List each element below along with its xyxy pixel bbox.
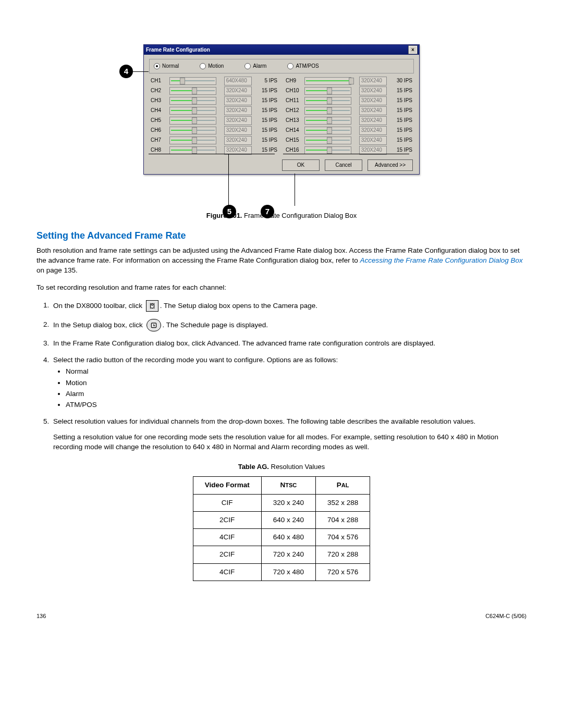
channel-row: CH3320X24015 IPS [149,96,279,106]
framerate-slider[interactable] [169,97,216,105]
mode-radio-normal[interactable]: Normal [154,63,179,70]
framerate-slider[interactable] [169,137,216,144]
step-2: In the Setup dialog box, click . The Sch… [51,319,527,331]
framerate-slider[interactable] [304,77,351,85]
framerate-slider[interactable] [304,87,351,95]
page-number: 136 [36,612,46,620]
framerate-slider[interactable] [169,146,216,154]
resolution-dropdown[interactable]: 320X240 [359,116,387,125]
mode-option: Normal [66,367,527,376]
framerate-slider[interactable] [169,117,216,125]
frame-rate-dialog-figure: Frame Rate Configuration × NormalMotionA… [143,44,420,175]
channel-row: CH1640X4805 IPS [149,76,279,86]
channel-row: CH14320X24015 IPS [284,126,414,135]
mode-option: ATM/POS [66,400,527,410]
framerate-slider[interactable] [304,97,351,105]
section-heading: Setting the Advanced Frame Rate [36,229,527,242]
table-row: 2CIF640 x 240704 x 288 [193,511,370,528]
resolution-dropdown[interactable]: 320X240 [359,87,387,95]
cancel-button[interactable]: Cancel [325,159,362,171]
dialog-body: NormalMotionAlarmATM/POS CH1640X4805 IPS… [144,55,419,174]
channel-row: CH8320X24015 IPS [149,145,279,155]
table-header: Video Format [193,477,261,494]
table-caption: Table AG. Resolution Values [36,462,527,472]
resolution-dropdown[interactable]: 640X480 [224,77,252,85]
channel-row: CH7320X24015 IPS [149,135,279,145]
channel-row: CH13320X24015 IPS [284,116,414,126]
channel-row: CH12320X24015 IPS [284,106,414,116]
channel-row: CH10320X24015 IPS [284,86,414,96]
framerate-slider[interactable] [169,127,216,134]
lead-in: To set recording resolution and frame ra… [36,283,527,293]
channels-right-table: CH9320X24030 IPSCH10320X24015 IPSCH11320… [284,76,414,155]
procedure-list: On the DX8000 toolbar, click . The Setup… [40,300,527,452]
resolution-dropdown[interactable]: 320X240 [359,77,387,85]
framerate-slider[interactable] [169,107,216,115]
resolution-dropdown[interactable]: 320X240 [359,96,387,105]
resolution-table: Video FormatNTSCPALCIF320 x 240352 x 288… [193,476,371,581]
table-row: CIF320 x 240352 x 288 [193,494,370,511]
channel-row: CH2320X24015 IPS [149,86,279,96]
step-3: In the Frame Rate Configuration dialog b… [51,339,527,348]
step-5: Select resolution values for individual … [51,417,527,452]
mode-radio-alarm[interactable]: Alarm [244,63,266,70]
framerate-slider[interactable] [169,77,216,85]
channel-row: CH4320X24015 IPS [149,106,279,116]
framerate-slider[interactable] [304,107,351,115]
setup-icon [146,300,158,312]
dialog-title: Frame Rate Configuration [146,46,210,54]
mode-radio-motion[interactable]: Motion [200,63,224,70]
table-row: 2CIF720 x 240720 x 288 [193,546,370,563]
doc-id: C624M-C (5/06) [485,612,527,620]
framerate-slider[interactable] [304,146,351,154]
mode-options-list: NormalMotionAlarmATM/POS [66,367,527,410]
frame-rate-dialog: Frame Rate Configuration × NormalMotionA… [143,44,420,175]
channel-row: CH6320X24015 IPS [149,126,279,135]
resolution-dropdown[interactable]: 320X240 [359,136,387,145]
table-header: NTSC [261,477,315,494]
framerate-slider[interactable] [169,87,216,95]
table-row: 4CIF640 x 480704 x 576 [193,529,370,546]
mode-option: Motion [66,378,527,388]
dialog-titlebar: Frame Rate Configuration × [144,45,419,55]
step-1: On the DX8000 toolbar, click . The Setup… [51,300,527,312]
resolution-dropdown[interactable]: 320X240 [224,136,252,145]
resolution-dropdown[interactable]: 320X240 [224,87,252,95]
table-row: 4CIF720 x 480720 x 576 [193,563,370,581]
step-5-note: Setting a resolution value for one recor… [53,433,527,451]
resolution-dropdown[interactable]: 320X240 [224,96,252,105]
channels-left-table: CH1640X4805 IPSCH2320X24015 IPSCH3320X24… [149,76,279,155]
close-icon[interactable]: × [409,46,417,54]
figure-caption: Figure 101. Frame Rate Configuration Dia… [36,211,527,220]
resolution-dropdown[interactable]: 320X240 [224,106,252,115]
channel-row: CH11320X24015 IPS [284,96,414,106]
framerate-slider[interactable] [304,137,351,144]
resolution-dropdown[interactable]: 320X240 [359,106,387,115]
table-header: PAL [316,477,370,494]
mode-option: Alarm [66,389,527,399]
channel-columns: CH1640X4805 IPSCH2320X24015 IPSCH3320X24… [149,76,414,155]
page-footer: 136 C624M-C (5/06) [36,612,527,620]
resolution-dropdown[interactable]: 320X240 [359,146,387,155]
channel-row: CH5320X24015 IPS [149,116,279,126]
resolution-dropdown[interactable]: 320X240 [359,126,387,135]
channel-row: CH15320X24015 IPS [284,135,414,145]
resolution-dropdown[interactable]: 320X240 [224,116,252,125]
mode-radio-atm/pos[interactable]: ATM/POS [287,63,319,70]
ok-button[interactable]: OK [282,159,320,171]
resolution-dropdown[interactable]: 320X240 [224,146,252,155]
framerate-slider[interactable] [304,117,351,125]
dialog-button-row: OK Cancel Advanced >> [149,159,413,171]
advanced-button[interactable]: Advanced >> [368,159,413,171]
xref-link[interactable]: Accessing the Frame Rate Configuration D… [360,256,523,264]
resolution-dropdown[interactable]: 320X240 [224,126,252,135]
intro-paragraph: Both resolution and frame rate settings … [36,246,527,276]
channel-row: CH16320X24015 IPS [284,145,414,155]
mode-radio-group: NormalMotionAlarmATM/POS [149,59,414,73]
schedule-icon [146,319,161,331]
channel-row: CH9320X24030 IPS [284,76,414,86]
callout-4: 4 [119,65,133,78]
framerate-slider[interactable] [304,127,351,134]
step-4: Select the radio button of the recording… [51,355,527,410]
